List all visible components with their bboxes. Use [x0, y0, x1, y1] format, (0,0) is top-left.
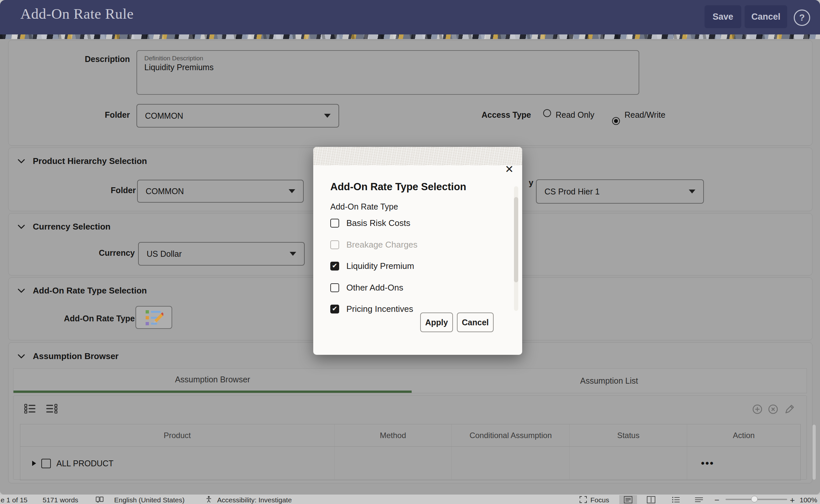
- page-info[interactable]: e 1 of 15: [1, 496, 28, 504]
- folder-dropdown[interactable]: COMMON: [136, 104, 339, 128]
- row-checkbox[interactable]: [41, 459, 51, 468]
- option-breakage-charges: Breakage Charges: [330, 234, 418, 256]
- page-header: Add-On Rate Rule Save Cancel ?: [0, 0, 820, 34]
- currency-section-header[interactable]: Currency Selection: [18, 222, 111, 232]
- close-icon[interactable]: ✕: [505, 164, 514, 174]
- option-label: Basis Risk Costs: [346, 218, 410, 228]
- option-basis-risk-costs[interactable]: Basis Risk Costs: [330, 212, 418, 234]
- addon-rate-type-section-header[interactable]: Add-On Rate Type Selection: [18, 286, 147, 296]
- addon-rate-type-picker-button[interactable]: [135, 306, 172, 329]
- dialog-scrollbar-thumb[interactable]: [514, 197, 518, 282]
- view-print-layout-button[interactable]: [619, 495, 637, 504]
- app-window: Add-On Rate Rule Save Cancel ? Descripti…: [0, 0, 820, 494]
- option-pricing-incentives[interactable]: Pricing Incentives: [330, 298, 418, 320]
- row-expand-icon[interactable]: [32, 461, 36, 466]
- view-read-mode-button[interactable]: [642, 495, 660, 504]
- access-read-only-label: Read Only: [556, 110, 594, 120]
- definition-card: Description Definition Description Liqui…: [8, 40, 812, 146]
- cancel-button[interactable]: Cancel: [745, 5, 787, 28]
- assumption-browser-panel: Product Method Conditional Assumption St…: [13, 395, 807, 480]
- proofing-icon[interactable]: [96, 496, 104, 503]
- folder-dropdown-value: COMMON: [145, 111, 183, 121]
- assumption-browser-section-header[interactable]: Assumption Browser: [18, 351, 119, 361]
- chevron-down-icon: [290, 252, 296, 256]
- tab-assumption-browser[interactable]: Assumption Browser: [13, 369, 412, 393]
- option-other-add-ons[interactable]: Other Add-Ons: [330, 277, 418, 299]
- column-header-action[interactable]: Action: [687, 424, 800, 446]
- folder-label: Folder: [43, 110, 130, 120]
- option-label: Pricing Incentives: [346, 304, 413, 314]
- focus-button[interactable]: Focus: [590, 496, 609, 504]
- list-view-icon[interactable]: [24, 404, 36, 413]
- accessibility-status[interactable]: Accessibility: Investigate: [217, 496, 292, 504]
- screen: Add-On Rate Rule Save Cancel ? Descripti…: [0, 0, 820, 504]
- ph-folder-dropdown[interactable]: COMMON: [137, 180, 304, 203]
- currency-dropdown[interactable]: US Dollar: [138, 242, 305, 266]
- addon-rate-type-label: Add-On Rate Type: [43, 314, 135, 323]
- hierarchy-dropdown-value: CS Prod Hier 1: [544, 187, 600, 196]
- help-icon[interactable]: ?: [794, 10, 810, 26]
- list-view-alt-icon[interactable]: [46, 404, 57, 413]
- view-outline-button[interactable]: [667, 495, 685, 504]
- add-row-icon[interactable]: [752, 404, 763, 414]
- chevron-down-icon: [324, 114, 331, 118]
- column-header-product[interactable]: Product: [20, 424, 334, 446]
- chevron-down-icon: [689, 190, 695, 193]
- read-mode-icon: [647, 496, 655, 503]
- checkbox-icon: [330, 240, 339, 249]
- zoom-out-button[interactable]: −: [714, 495, 719, 504]
- dialog-cancel-button[interactable]: Cancel: [457, 312, 494, 332]
- status-bar: e 1 of 15 5171 words English (United Sta…: [0, 495, 820, 504]
- option-label: Breakage Charges: [346, 240, 418, 250]
- zoom-in-button[interactable]: +: [790, 495, 795, 504]
- product-hierarchy-section-header[interactable]: Product Hierarchy Selection: [18, 156, 147, 166]
- column-header-status[interactable]: Status: [569, 424, 687, 446]
- option-label: Other Add-Ons: [346, 283, 403, 293]
- hierarchy-label-fragment: y: [529, 178, 533, 188]
- assumption-table: Product Method Conditional Assumption St…: [20, 424, 801, 480]
- column-header-method[interactable]: Method: [334, 424, 452, 446]
- view-web-layout-button[interactable]: [690, 495, 708, 504]
- apply-button[interactable]: Apply: [420, 312, 453, 332]
- currency-label: Currency: [69, 248, 135, 258]
- chevron-down-icon: [18, 354, 25, 358]
- zoom-slider-thumb[interactable]: [751, 496, 758, 502]
- checkbox-icon: [330, 305, 339, 313]
- zoom-level[interactable]: 100%: [800, 496, 817, 504]
- decorative-banner: [0, 34, 820, 39]
- description-field[interactable]: Definition Description Liquidity Premium…: [136, 50, 639, 95]
- description-label: Description: [43, 54, 130, 64]
- addon-rate-type-dialog: ✕ Add-On Rate Type Selection Add-On Rate…: [313, 147, 522, 355]
- language-status[interactable]: English (United States): [114, 496, 185, 504]
- tab-assumption-list[interactable]: Assumption List: [412, 369, 807, 393]
- web-layout-icon: [695, 496, 703, 503]
- method-cell: [334, 447, 452, 480]
- access-read-write-radio[interactable]: [612, 117, 620, 125]
- dialog-list-label: Add-On Rate Type: [330, 202, 398, 212]
- delete-row-icon[interactable]: [768, 404, 778, 414]
- save-button[interactable]: Save: [705, 5, 741, 28]
- dialog-title: Add-On Rate Type Selection: [330, 181, 466, 193]
- section-title: Product Hierarchy Selection: [33, 156, 147, 166]
- chevron-down-icon: [289, 189, 295, 193]
- section-title: Assumption Browser: [33, 351, 119, 361]
- row-actions-menu-icon[interactable]: •••: [701, 458, 714, 469]
- option-label: Liquidity Premium: [346, 261, 414, 271]
- conditional-assumption-cell: [451, 447, 569, 480]
- description-value: Liquidity Premiums: [144, 63, 631, 72]
- edit-row-icon[interactable]: [784, 403, 795, 415]
- access-read-write-label: Read/Write: [625, 110, 666, 120]
- access-read-only-radio[interactable]: [543, 109, 551, 117]
- column-header-conditional-assumption[interactable]: Conditional Assumption: [451, 424, 569, 446]
- hierarchy-dropdown[interactable]: CS Prod Hier 1: [536, 179, 704, 204]
- assumption-tabs: Assumption Browser Assumption List: [13, 368, 807, 393]
- access-type-label: Access Type: [482, 110, 531, 120]
- ph-folder-label: Folder: [71, 186, 136, 195]
- word-count[interactable]: 5171 words: [43, 496, 78, 504]
- chevron-down-icon: [18, 289, 25, 293]
- table-scrollbar[interactable]: [812, 425, 816, 480]
- product-name: ALL PRODUCT: [56, 459, 113, 468]
- option-liquidity-premium[interactable]: Liquidity Premium: [330, 255, 418, 277]
- page-title: Add-On Rate Rule: [20, 5, 133, 22]
- ph-folder-dropdown-value: COMMON: [146, 187, 184, 196]
